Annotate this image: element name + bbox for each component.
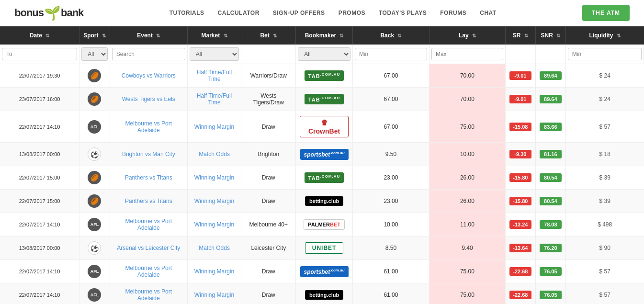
event-link[interactable]: Cowboys vs Warriors (122, 72, 176, 79)
cell-snr: 76.20 (535, 236, 565, 260)
cell-event: Melbourne vs Port Adelaide (110, 213, 187, 236)
event-link[interactable]: Melbourne vs Port Adelaide (125, 265, 172, 278)
filter-sport-select[interactable]: All (81, 47, 108, 61)
cell-date: 22/07/2017 14:10 (0, 260, 79, 283)
event-link[interactable]: Arsenal vs Leicester City (117, 245, 180, 251)
main-nav: TUTORIALS CALCULATOR SIGN-UP OFFERS PROM… (83, 10, 582, 16)
filter-back-max-input[interactable] (431, 48, 503, 60)
market-link[interactable]: Winning Margin (194, 124, 234, 130)
cell-lay: 70.00 (429, 64, 505, 88)
event-link[interactable]: Melbourne vs Port Adelaide (125, 120, 172, 134)
event-link[interactable]: Panthers vs Titans (125, 174, 172, 181)
filter-liquidity-input[interactable] (568, 48, 642, 60)
filter-date-input[interactable] (2, 48, 77, 60)
event-link[interactable]: Wests Tigers vs Eels (122, 96, 175, 102)
cell-sport: AFL (79, 213, 110, 236)
cell-liquidity: $ 57 (565, 111, 644, 143)
filter-back-min-input[interactable] (355, 48, 427, 60)
snr-badge: 76.20 (540, 244, 562, 252)
cell-liquidity: $ 39 (565, 190, 644, 213)
snr-badge: 80.54 (540, 173, 562, 182)
cell-back: 9.50 (352, 143, 429, 166)
col-date[interactable]: Date ⇅ (0, 26, 79, 45)
cell-date: 22/07/2017 14:10 (0, 283, 79, 304)
cell-liquidity: $ 24 (565, 88, 644, 111)
nav-calculator[interactable]: CALCULATOR (218, 10, 260, 16)
cell-back: 61.00 (352, 283, 429, 304)
cell-sr: -13.24 (505, 213, 535, 236)
market-link[interactable]: Half Time/Full Time (197, 69, 232, 82)
bookmaker-crownbet-badge: ♛ CrownBet (300, 116, 349, 137)
filter-liquidity-cell (565, 45, 644, 64)
cell-date: 13/08/2017 00:00 (0, 143, 79, 166)
market-link[interactable]: Match Odds (199, 151, 230, 158)
cell-market: Half Time/Full Time (187, 88, 241, 111)
event-link[interactable]: Melbourne vs Port Adelaide (125, 288, 172, 302)
col-back[interactable]: Back ⇅ (352, 26, 429, 45)
filter-bookmaker-select[interactable]: All (298, 47, 350, 61)
cell-market: Winning Margin (187, 213, 241, 236)
cell-market: Half Time/Full Time (187, 64, 241, 88)
nav-promos[interactable]: PROMOS (339, 10, 365, 16)
col-snr[interactable]: SNR ⇅ (535, 26, 565, 45)
col-event[interactable]: Event ⇅ (110, 26, 187, 45)
col-sr[interactable]: SR ⇅ (505, 26, 535, 45)
filter-search-input[interactable] (112, 48, 185, 60)
event-link[interactable]: Brighton vs Man City (122, 151, 175, 158)
filter-market-select[interactable]: All (190, 47, 239, 61)
cell-back: 61.00 (352, 260, 429, 283)
cell-date: 22/07/2017 19:30 (0, 64, 79, 88)
bookmaker-tab-badge: TAB.COM.AU (305, 94, 344, 104)
col-liquidity[interactable]: Liquidity ⇅ (565, 26, 644, 45)
market-link[interactable]: Winning Margin (194, 292, 234, 298)
cell-sport: AFL (79, 260, 110, 283)
nav-chat[interactable]: CHAT (480, 10, 496, 16)
col-market[interactable]: Market ⇅ (187, 26, 241, 45)
table-row: 22/07/2017 19:30 🏉 Cowboys vs Warriors H… (0, 64, 644, 88)
market-link[interactable]: Winning Margin (194, 268, 234, 275)
nav-todays-plays[interactable]: TODAY'S PLAYS (379, 10, 427, 16)
cell-event: Brighton vs Man City (110, 143, 187, 166)
cell-date: 22/07/2017 15:00 (0, 166, 79, 190)
rugby-icon: 🏉 (88, 69, 101, 82)
cell-bet: Draw (241, 190, 296, 213)
nav-forums[interactable]: FORUMS (440, 10, 466, 16)
cell-date: 13/08/2017 00:00 (0, 236, 79, 260)
bookmaker-tab-badge: TAB.COM.AU (305, 172, 344, 183)
cell-liquidity: $ 18 (565, 143, 644, 166)
market-link[interactable]: Winning Margin (194, 174, 234, 181)
cell-lay: 10.00 (429, 143, 505, 166)
table-body: 22/07/2017 19:30 🏉 Cowboys vs Warriors H… (0, 64, 644, 304)
event-link[interactable]: Melbourne vs Port Adelaide (125, 218, 172, 231)
atm-button[interactable]: THE ATM (582, 5, 630, 21)
nav-signup-offers[interactable]: SIGN-UP OFFERS (273, 10, 325, 16)
sort-event-icon: ⇅ (156, 33, 160, 38)
event-link[interactable]: Panthers vs Titans (125, 198, 172, 204)
cell-bookmaker: TAB.COM.AU (296, 88, 353, 111)
cell-sport: AFL (79, 283, 110, 304)
nav-tutorials[interactable]: TUTORIALS (169, 10, 204, 16)
market-link[interactable]: Half Time/Full Time (197, 92, 232, 106)
col-lay[interactable]: Lay ⇅ (429, 26, 505, 45)
cell-bet: Warriors/Draw (241, 64, 296, 88)
cell-market: Winning Margin (187, 166, 241, 190)
col-bet[interactable]: Bet ⇅ (241, 26, 296, 45)
sr-badge: -22.68 (509, 291, 531, 299)
col-sport[interactable]: Sport ⇅ (79, 26, 110, 45)
cell-sr: -22.68 (505, 283, 535, 304)
header: bonus 🌱 bank TUTORIALS CALCULATOR SIGN-U… (0, 0, 644, 26)
market-link[interactable]: Winning Margin (194, 221, 234, 228)
logo-bank: bank (61, 7, 83, 19)
col-bookmaker[interactable]: Bookmaker ⇅ (296, 26, 353, 45)
sort-sport-icon: ⇅ (102, 33, 106, 38)
cell-back: 67.00 (352, 111, 429, 143)
cell-market: Winning Margin (187, 283, 241, 304)
cell-sr: -22.68 (505, 260, 535, 283)
cell-date: 22/07/2017 14:10 (0, 213, 79, 236)
cell-back: 67.00 (352, 88, 429, 111)
market-link[interactable]: Winning Margin (194, 198, 234, 204)
table-row: 22/07/2017 14:10 AFL Melbourne vs Port A… (0, 111, 644, 143)
market-link[interactable]: Match Odds (199, 245, 230, 251)
betting-table: Date ⇅ Sport ⇅ Event ⇅ Market ⇅ Bet ⇅ (0, 26, 644, 304)
cell-market: Match Odds (187, 143, 241, 166)
